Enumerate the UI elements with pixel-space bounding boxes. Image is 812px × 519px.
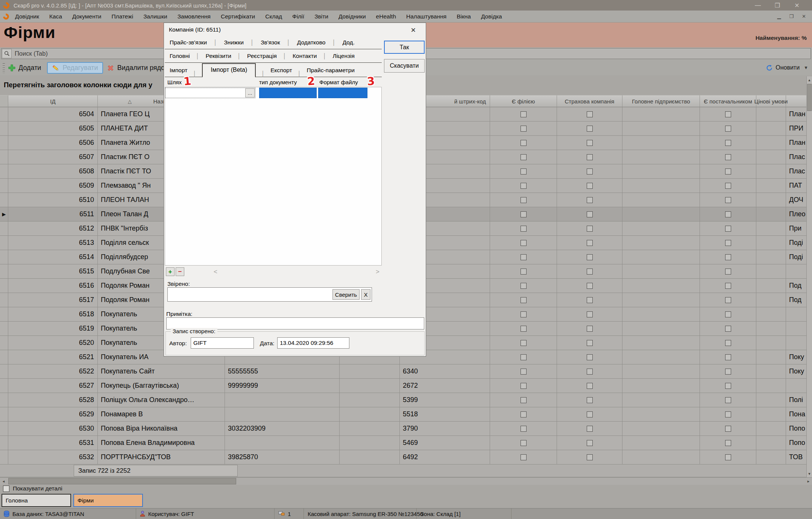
checkbox-branch[interactable] bbox=[521, 154, 527, 160]
minimize-button[interactable]: — bbox=[748, 2, 768, 9]
browse-button[interactable]: … bbox=[245, 88, 255, 97]
cancel-button[interactable]: Скасувати bbox=[384, 59, 425, 73]
checkbox-insurance[interactable] bbox=[587, 411, 593, 417]
remove-row-button[interactable]: − bbox=[176, 267, 184, 276]
dialog-close-icon[interactable]: ✕ bbox=[411, 26, 416, 34]
tab-golovna[interactable]: Головна bbox=[2, 494, 71, 507]
dialog-tab-r2-5[interactable]: Ліцензія bbox=[332, 51, 354, 61]
file-format-column-header[interactable]: Формат файлу bbox=[319, 79, 358, 85]
column-header-head-company[interactable]: Головне підприємство bbox=[622, 95, 700, 107]
checkbox-supplier[interactable] bbox=[725, 311, 731, 317]
checkbox-branch[interactable] bbox=[521, 254, 527, 260]
checkbox-supplier[interactable] bbox=[725, 168, 731, 175]
verify-clear-button[interactable]: X bbox=[361, 289, 370, 300]
table-row[interactable]: 6530Попова Віра Николаївна30322039093790… bbox=[0, 422, 812, 436]
checkbox-insurance[interactable] bbox=[587, 311, 593, 317]
path-input[interactable] bbox=[165, 88, 245, 98]
dialog-tab-r3-3[interactable]: Експорт bbox=[270, 65, 292, 77]
checkbox-branch[interactable] bbox=[521, 426, 527, 432]
checkbox-branch[interactable] bbox=[521, 411, 527, 417]
scroll-up-icon[interactable]: ▲ bbox=[807, 76, 812, 83]
dialog-tab-r1-5[interactable]: Дод. bbox=[343, 38, 355, 47]
refresh-button[interactable]: Оновити ▼ bbox=[766, 62, 808, 74]
checkbox-supplier[interactable] bbox=[725, 283, 731, 289]
column-header-indicator[interactable] bbox=[0, 95, 8, 107]
column-header-branch[interactable]: Є філією bbox=[490, 95, 557, 107]
checkbox-supplier[interactable] bbox=[725, 340, 731, 346]
column-header-supplier[interactable]: Є постачальником bbox=[700, 95, 756, 107]
checkbox-insurance[interactable] bbox=[587, 154, 593, 160]
menu-item-11[interactable]: Довідники bbox=[338, 13, 366, 20]
checkbox-supplier[interactable] bbox=[725, 197, 731, 203]
checkbox-branch[interactable] bbox=[521, 297, 527, 303]
checkbox-supplier[interactable] bbox=[725, 369, 731, 375]
nav-prev-icon[interactable]: < bbox=[214, 268, 217, 276]
checkbox-branch[interactable] bbox=[521, 311, 527, 317]
checkbox-insurance[interactable] bbox=[587, 197, 593, 203]
checkbox-insurance[interactable] bbox=[587, 454, 593, 460]
checkbox-branch[interactable] bbox=[521, 168, 527, 175]
checkbox-supplier[interactable] bbox=[725, 411, 731, 417]
menu-item-15[interactable]: Довідка bbox=[481, 13, 502, 20]
dialog-tab-r1-2[interactable]: Знижки bbox=[224, 38, 243, 47]
edit-button[interactable]: Редагувати bbox=[47, 62, 103, 74]
checkbox-supplier[interactable] bbox=[725, 397, 731, 403]
menu-item-3[interactable]: Документи bbox=[72, 13, 101, 20]
checkbox-supplier[interactable] bbox=[725, 240, 731, 246]
checkbox-supplier[interactable] bbox=[725, 440, 731, 446]
table-row[interactable]: 6532ПОРТТРАНСБУД"ТОВ398258706492ТОВ bbox=[0, 450, 812, 464]
menu-item-1[interactable]: Довідник bbox=[15, 13, 39, 20]
checkbox-branch[interactable] bbox=[521, 354, 527, 360]
checkbox-insurance[interactable] bbox=[587, 168, 593, 175]
checkbox-insurance[interactable] bbox=[587, 297, 593, 303]
checkbox-insurance[interactable] bbox=[587, 440, 593, 446]
checkbox-insurance[interactable] bbox=[587, 240, 593, 246]
mdi-restore-button[interactable]: ❒ bbox=[789, 14, 794, 19]
dialog-tab-r2-1[interactable]: Головні bbox=[170, 51, 190, 61]
path-column-header[interactable]: Шлях bbox=[167, 79, 182, 85]
menu-item-4[interactable]: Платежі bbox=[111, 13, 133, 20]
table-row[interactable]: 6531Попова Елена Владимировна5469Попо bbox=[0, 436, 812, 450]
column-header-price-terms[interactable]: Цінові умови bbox=[756, 95, 786, 107]
checkbox-insurance[interactable] bbox=[587, 354, 593, 360]
checkbox-supplier[interactable] bbox=[725, 154, 731, 160]
checkbox-branch[interactable] bbox=[521, 211, 527, 217]
checkbox-branch[interactable] bbox=[521, 111, 527, 117]
menu-item-14[interactable]: Вікна bbox=[457, 13, 471, 20]
checkbox-supplier[interactable] bbox=[725, 211, 731, 217]
checkbox-supplier[interactable] bbox=[725, 140, 731, 146]
checkbox-supplier[interactable] bbox=[725, 354, 731, 360]
checkbox-insurance[interactable] bbox=[587, 383, 593, 389]
checkbox-insurance[interactable] bbox=[587, 254, 593, 260]
checkbox-insurance[interactable] bbox=[587, 397, 593, 403]
nav-next-icon[interactable]: > bbox=[376, 268, 379, 276]
doc-type-cell-selected[interactable] bbox=[259, 88, 317, 98]
checkbox-branch[interactable] bbox=[521, 326, 527, 332]
checkbox-insurance[interactable] bbox=[587, 369, 593, 375]
verified-input[interactable] bbox=[169, 288, 332, 300]
dialog-tab-r2-2[interactable]: Реквізити bbox=[206, 51, 231, 61]
delete-row-button[interactable]: Видалити рядок bbox=[107, 64, 168, 72]
checkbox-insurance[interactable] bbox=[587, 111, 593, 117]
menu-item-12[interactable]: eHealth bbox=[376, 13, 396, 20]
chevron-down-icon[interactable]: ▼ bbox=[804, 65, 808, 70]
horizontal-scrollbar-thumb[interactable] bbox=[8, 478, 236, 484]
scroll-left-icon[interactable]: ◄ bbox=[0, 478, 7, 485]
column-header-id[interactable]: ІД bbox=[8, 95, 98, 107]
date-input[interactable] bbox=[277, 337, 349, 349]
checkbox-insurance[interactable] bbox=[587, 340, 593, 346]
vertical-scrollbar-thumb[interactable] bbox=[807, 84, 812, 111]
checkbox-supplier[interactable] bbox=[725, 126, 731, 132]
add-row-button[interactable]: + bbox=[166, 267, 175, 276]
vertical-scrollbar[interactable]: ▲ ▼ bbox=[806, 76, 812, 477]
mdi-close-button[interactable]: ✕ bbox=[802, 14, 806, 19]
checkbox-insurance[interactable] bbox=[587, 126, 593, 132]
menu-item-5[interactable]: Залишки bbox=[143, 13, 167, 20]
scroll-right-icon[interactable]: ► bbox=[805, 478, 812, 485]
tab-firmy[interactable]: Фірми bbox=[73, 494, 143, 507]
checkbox-branch[interactable] bbox=[521, 140, 527, 146]
file-format-cell-selected[interactable] bbox=[318, 88, 367, 98]
menu-item-2[interactable]: Каса bbox=[49, 13, 62, 20]
checkbox-supplier[interactable] bbox=[725, 383, 731, 389]
checkbox-branch[interactable] bbox=[521, 269, 527, 275]
